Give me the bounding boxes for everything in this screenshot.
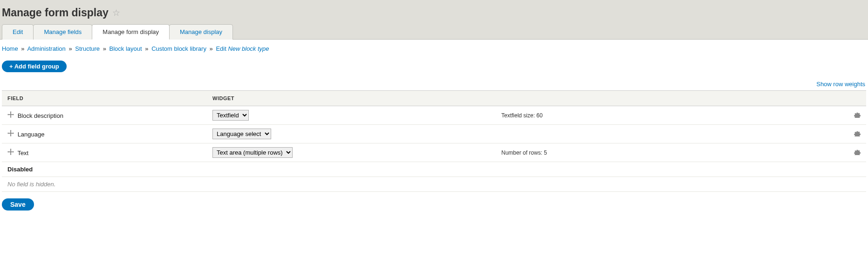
widget-summary: Number of rows: 5	[496, 143, 847, 162]
widget-summary: Textfield size: 60	[496, 106, 847, 125]
region-disabled-empty: No field is hidden.	[2, 177, 866, 192]
tab-manage-fields[interactable]: Manage fields	[33, 24, 92, 40]
region-disabled-label: Disabled	[2, 162, 866, 177]
widget-select[interactable]: Text area (multiple rows)	[212, 147, 293, 158]
widget-select[interactable]: Textfield	[212, 110, 249, 121]
breadcrumb-block-layout[interactable]: Block layout	[109, 45, 142, 52]
breadcrumb-home[interactable]: Home	[2, 45, 18, 52]
table-row: Text Text area (multiple rows) Number of…	[2, 143, 866, 162]
field-label: Language	[18, 131, 45, 138]
tab-manage-form-display[interactable]: Manage form display	[92, 24, 170, 40]
gear-icon[interactable]	[854, 131, 861, 138]
breadcrumb-custom-block-library[interactable]: Custom block library	[151, 45, 206, 52]
field-label: Block description	[18, 112, 63, 119]
tab-edit[interactable]: Edit	[2, 24, 34, 40]
column-header-field: FIELD	[2, 91, 207, 106]
breadcrumb-edit-prefix: Edit	[216, 45, 226, 52]
primary-tabs: Edit Manage fields Manage form display M…	[0, 24, 868, 40]
drag-handle-icon[interactable]	[7, 149, 16, 156]
breadcrumb-edit-link[interactable]: Edit New block type	[216, 45, 269, 52]
drag-handle-icon[interactable]	[7, 130, 16, 138]
breadcrumb-administration[interactable]: Administration	[27, 45, 65, 52]
favorite-star-icon[interactable]: ☆	[112, 8, 120, 17]
breadcrumb-edit-type: New block type	[228, 45, 269, 52]
region-disabled-header: Disabled	[2, 162, 866, 177]
table-row: Block description Textfield Textfield si…	[2, 106, 866, 125]
show-row-weights-link[interactable]: Show row weights	[816, 81, 865, 88]
gear-icon[interactable]	[854, 149, 861, 156]
page-title: Manage form display	[2, 7, 109, 19]
breadcrumb: Home » Administration » Structure » Bloc…	[2, 40, 866, 56]
table-row: Language Language select	[2, 125, 866, 143]
widget-summary	[496, 125, 847, 143]
field-label: Text	[17, 149, 28, 156]
save-button[interactable]: Save	[2, 198, 34, 211]
gear-icon[interactable]	[854, 112, 861, 119]
widget-select[interactable]: Language select	[212, 129, 271, 139]
drag-handle-icon[interactable]	[7, 111, 16, 119]
tab-manage-display[interactable]: Manage display	[169, 24, 233, 40]
column-header-widget: WIDGET	[207, 91, 866, 106]
add-field-group-button[interactable]: + Add field group	[2, 61, 67, 72]
breadcrumb-structure[interactable]: Structure	[75, 45, 100, 52]
region-disabled-empty-text: No field is hidden.	[2, 177, 866, 192]
form-display-table: FIELD WIDGET Block description Textfield…	[2, 90, 866, 192]
